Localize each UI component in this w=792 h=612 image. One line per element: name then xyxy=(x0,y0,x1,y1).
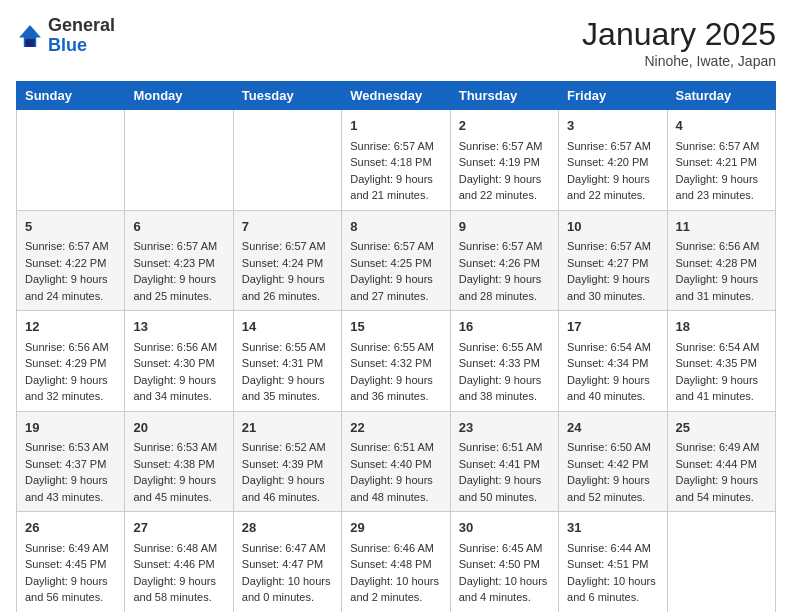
cell-text: Daylight: 9 hours and 34 minutes. xyxy=(133,372,224,405)
cell-text: Sunrise: 6:47 AM xyxy=(242,540,333,557)
cell-text: Sunrise: 6:51 AM xyxy=(459,439,550,456)
calendar-cell xyxy=(233,110,341,211)
day-of-week-header: Sunday xyxy=(17,82,125,110)
day-number: 13 xyxy=(133,317,224,337)
cell-text: Sunrise: 6:54 AM xyxy=(676,339,767,356)
calendar-cell: 27Sunrise: 6:48 AMSunset: 4:46 PMDayligh… xyxy=(125,512,233,613)
cell-text: Sunset: 4:30 PM xyxy=(133,355,224,372)
cell-text: Sunrise: 6:55 AM xyxy=(242,339,333,356)
calendar-cell: 25Sunrise: 6:49 AMSunset: 4:44 PMDayligh… xyxy=(667,411,775,512)
cell-text: Sunrise: 6:54 AM xyxy=(567,339,658,356)
cell-text: Sunset: 4:20 PM xyxy=(567,154,658,171)
cell-text: Sunrise: 6:57 AM xyxy=(567,138,658,155)
cell-text: Daylight: 9 hours and 35 minutes. xyxy=(242,372,333,405)
cell-text: Sunset: 4:25 PM xyxy=(350,255,441,272)
calendar-header-row: SundayMondayTuesdayWednesdayThursdayFrid… xyxy=(17,82,776,110)
cell-text: Sunset: 4:37 PM xyxy=(25,456,116,473)
calendar-week-row: 26Sunrise: 6:49 AMSunset: 4:45 PMDayligh… xyxy=(17,512,776,613)
cell-text: Daylight: 9 hours and 40 minutes. xyxy=(567,372,658,405)
day-number: 30 xyxy=(459,518,550,538)
cell-text: Sunrise: 6:46 AM xyxy=(350,540,441,557)
day-number: 16 xyxy=(459,317,550,337)
cell-text: Daylight: 10 hours and 2 minutes. xyxy=(350,573,441,606)
day-number: 3 xyxy=(567,116,658,136)
cell-text: Sunset: 4:41 PM xyxy=(459,456,550,473)
day-number: 2 xyxy=(459,116,550,136)
cell-text: Sunset: 4:42 PM xyxy=(567,456,658,473)
calendar-cell: 12Sunrise: 6:56 AMSunset: 4:29 PMDayligh… xyxy=(17,311,125,412)
cell-text: Sunrise: 6:52 AM xyxy=(242,439,333,456)
cell-text: Sunrise: 6:57 AM xyxy=(133,238,224,255)
cell-text: Daylight: 10 hours and 4 minutes. xyxy=(459,573,550,606)
cell-text: Daylight: 9 hours and 54 minutes. xyxy=(676,472,767,505)
day-number: 25 xyxy=(676,418,767,438)
cell-text: Sunrise: 6:56 AM xyxy=(25,339,116,356)
cell-text: Sunset: 4:34 PM xyxy=(567,355,658,372)
day-number: 18 xyxy=(676,317,767,337)
day-number: 15 xyxy=(350,317,441,337)
calendar-cell: 24Sunrise: 6:50 AMSunset: 4:42 PMDayligh… xyxy=(559,411,667,512)
cell-text: Sunrise: 6:57 AM xyxy=(676,138,767,155)
cell-text: Sunset: 4:29 PM xyxy=(25,355,116,372)
cell-text: Daylight: 9 hours and 31 minutes. xyxy=(676,271,767,304)
calendar-cell: 23Sunrise: 6:51 AMSunset: 4:41 PMDayligh… xyxy=(450,411,558,512)
calendar-cell: 4Sunrise: 6:57 AMSunset: 4:21 PMDaylight… xyxy=(667,110,775,211)
cell-text: Daylight: 9 hours and 21 minutes. xyxy=(350,171,441,204)
cell-text: Sunset: 4:50 PM xyxy=(459,556,550,573)
day-number: 4 xyxy=(676,116,767,136)
calendar-cell: 8Sunrise: 6:57 AMSunset: 4:25 PMDaylight… xyxy=(342,210,450,311)
calendar-cell: 19Sunrise: 6:53 AMSunset: 4:37 PMDayligh… xyxy=(17,411,125,512)
cell-text: Daylight: 9 hours and 24 minutes. xyxy=(25,271,116,304)
cell-text: Sunset: 4:32 PM xyxy=(350,355,441,372)
calendar-subtitle: Ninohe, Iwate, Japan xyxy=(582,53,776,69)
calendar-table: SundayMondayTuesdayWednesdayThursdayFrid… xyxy=(16,81,776,612)
day-number: 11 xyxy=(676,217,767,237)
calendar-cell: 2Sunrise: 6:57 AMSunset: 4:19 PMDaylight… xyxy=(450,110,558,211)
cell-text: Sunset: 4:19 PM xyxy=(459,154,550,171)
calendar-title: January 2025 xyxy=(582,16,776,53)
cell-text: Sunrise: 6:55 AM xyxy=(350,339,441,356)
cell-text: Sunset: 4:38 PM xyxy=(133,456,224,473)
calendar-week-row: 12Sunrise: 6:56 AMSunset: 4:29 PMDayligh… xyxy=(17,311,776,412)
cell-text: Daylight: 9 hours and 43 minutes. xyxy=(25,472,116,505)
cell-text: Sunrise: 6:57 AM xyxy=(350,138,441,155)
day-of-week-header: Tuesday xyxy=(233,82,341,110)
cell-text: Sunrise: 6:56 AM xyxy=(133,339,224,356)
calendar-cell: 17Sunrise: 6:54 AMSunset: 4:34 PMDayligh… xyxy=(559,311,667,412)
day-number: 17 xyxy=(567,317,658,337)
cell-text: Daylight: 10 hours and 0 minutes. xyxy=(242,573,333,606)
calendar-cell: 30Sunrise: 6:45 AMSunset: 4:50 PMDayligh… xyxy=(450,512,558,613)
day-number: 8 xyxy=(350,217,441,237)
cell-text: Sunrise: 6:55 AM xyxy=(459,339,550,356)
cell-text: Sunrise: 6:51 AM xyxy=(350,439,441,456)
cell-text: Sunset: 4:44 PM xyxy=(676,456,767,473)
cell-text: Sunrise: 6:53 AM xyxy=(25,439,116,456)
cell-text: Daylight: 9 hours and 38 minutes. xyxy=(459,372,550,405)
calendar-cell: 26Sunrise: 6:49 AMSunset: 4:45 PMDayligh… xyxy=(17,512,125,613)
cell-text: Sunrise: 6:57 AM xyxy=(25,238,116,255)
calendar-cell xyxy=(667,512,775,613)
day-number: 20 xyxy=(133,418,224,438)
calendar-cell xyxy=(125,110,233,211)
calendar-cell: 31Sunrise: 6:44 AMSunset: 4:51 PMDayligh… xyxy=(559,512,667,613)
day-number: 23 xyxy=(459,418,550,438)
day-number: 19 xyxy=(25,418,116,438)
cell-text: Sunrise: 6:53 AM xyxy=(133,439,224,456)
logo-general: General xyxy=(48,15,115,35)
cell-text: Daylight: 9 hours and 25 minutes. xyxy=(133,271,224,304)
cell-text: Sunrise: 6:48 AM xyxy=(133,540,224,557)
calendar-cell: 16Sunrise: 6:55 AMSunset: 4:33 PMDayligh… xyxy=(450,311,558,412)
cell-text: Sunrise: 6:49 AM xyxy=(676,439,767,456)
calendar-cell: 13Sunrise: 6:56 AMSunset: 4:30 PMDayligh… xyxy=(125,311,233,412)
day-number: 29 xyxy=(350,518,441,538)
calendar-cell: 1Sunrise: 6:57 AMSunset: 4:18 PMDaylight… xyxy=(342,110,450,211)
day-number: 26 xyxy=(25,518,116,538)
cell-text: Sunset: 4:45 PM xyxy=(25,556,116,573)
logo-text: General Blue xyxy=(48,16,115,56)
day-number: 5 xyxy=(25,217,116,237)
cell-text: Sunrise: 6:44 AM xyxy=(567,540,658,557)
calendar-cell: 7Sunrise: 6:57 AMSunset: 4:24 PMDaylight… xyxy=(233,210,341,311)
cell-text: Sunrise: 6:45 AM xyxy=(459,540,550,557)
cell-text: Sunset: 4:46 PM xyxy=(133,556,224,573)
day-of-week-header: Monday xyxy=(125,82,233,110)
